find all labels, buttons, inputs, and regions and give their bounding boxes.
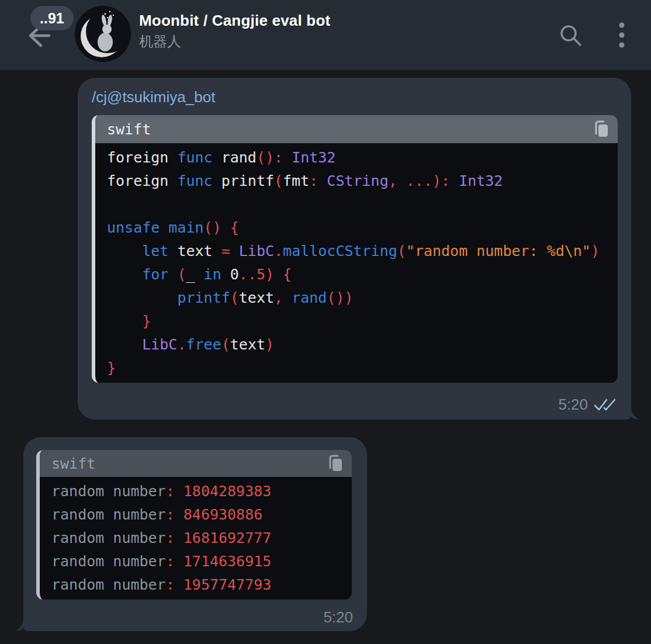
chat-header: ..91 Moonbit / Cangjie eval bot 机器人 [0, 0, 651, 70]
code-language-label: swift [107, 121, 151, 138]
message-meta: 5:20 [558, 396, 617, 414]
message-time: 5:20 [558, 396, 588, 414]
copy-icon[interactable] [326, 453, 344, 473]
rabbit-moon-avatar-image [75, 6, 131, 62]
copy-icon[interactable] [592, 119, 610, 139]
bubble-tail [630, 406, 639, 420]
code-language-label: swift [51, 455, 95, 472]
bubble-tail [15, 617, 25, 631]
bot-command-link[interactable]: /cj@tsukimiya_bot [92, 87, 617, 107]
message-meta: 5:20 [323, 608, 353, 626]
double-check-icon [594, 397, 617, 413]
search-icon[interactable] [556, 21, 584, 51]
message-incoming: swift random number: 1804289383random nu… [23, 437, 367, 631]
message-outgoing: /cj@tsukimiya_bot swift foreign func ran… [78, 78, 631, 420]
chat-avatar[interactable] [75, 6, 131, 62]
unread-count-badge[interactable]: ..91 [30, 6, 74, 30]
code-content: random number: 1804289383random number: … [40, 477, 352, 600]
chat-title: Moonbit / Cangjie eval bot [139, 11, 330, 30]
code-block-incoming: swift random number: 1804289383random nu… [36, 450, 352, 600]
code-block-header: swift [40, 450, 352, 477]
code-block-outgoing: swift foreign func rand(): Int32foreign … [92, 115, 618, 383]
kebab-menu-icon[interactable] [618, 21, 625, 53]
chat-info[interactable]: Moonbit / Cangjie eval bot 机器人 [139, 11, 330, 51]
chat-subtitle: 机器人 [139, 32, 330, 51]
code-content: foreign func rand(): Int32foreign func p… [95, 143, 618, 383]
message-time: 5:20 [323, 608, 353, 626]
telegram-chat-screen: ..91 Moonbit / Cangjie eval bot 机器人 [0, 0, 651, 644]
code-block-header: swift [95, 115, 618, 143]
